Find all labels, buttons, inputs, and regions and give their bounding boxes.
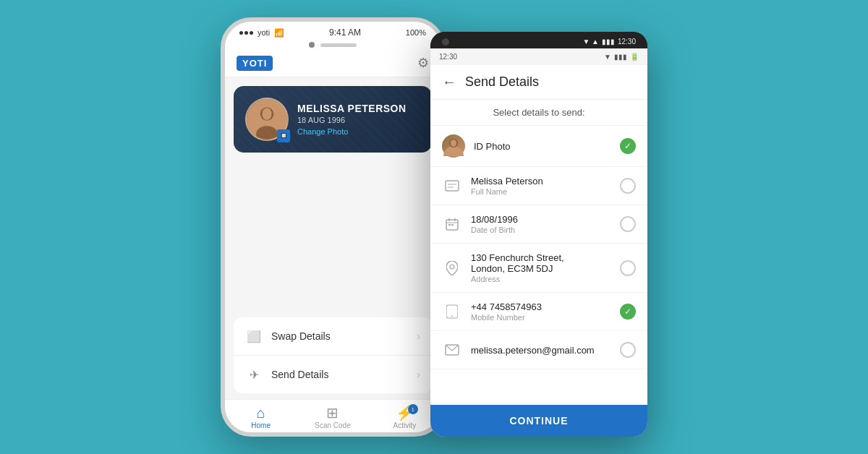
content-spacer	[225, 161, 441, 312]
profile-name: MELISSA PETERSON	[297, 103, 407, 114]
scan-icon: ⊞	[326, 406, 339, 420]
send-icon: ✈	[245, 366, 263, 383]
svg-point-2	[256, 126, 278, 141]
nav-home-label: Home	[251, 421, 271, 429]
iphone-speaker	[320, 43, 357, 47]
swap-details-label: Swap Details	[271, 330, 408, 342]
iphone-status-bar: yoti 📶 9:41 AM 100%	[225, 22, 441, 40]
profile-info: MELISSA PETERSON 18 AUG 1996 Change Phot…	[297, 103, 407, 136]
swap-icon: ⬜	[245, 327, 263, 345]
id-photo-content: ID Photo	[474, 141, 611, 152]
android-status-icons: ▼ ▲ ▮▮▮ 12:30	[582, 38, 636, 46]
android-time: 12:30	[618, 38, 636, 46]
iphone-time: 9:41 AM	[329, 27, 361, 38]
full-name-label: Full Name	[471, 187, 611, 196]
id-photo-label: ID Photo	[474, 141, 611, 152]
address-radio[interactable]	[620, 260, 636, 276]
scene: yoti 📶 9:41 AM 100% YOTI ⚙	[221, 17, 647, 437]
iphone-notch	[225, 40, 441, 49]
yoti-logo: YOTI	[237, 56, 273, 71]
menu-items: ⬜ Swap Details › ✈ Send Details ›	[234, 317, 432, 393]
avatar-container: 🔲	[245, 98, 289, 141]
email-radio[interactable]	[620, 342, 636, 358]
id-photo-avatar	[442, 134, 465, 158]
nav-scan[interactable]: ⊞ Scan Code	[297, 406, 368, 429]
signal-icon: ▮▮▮	[614, 53, 627, 61]
profile-dob: 18 AUG 1996	[297, 116, 407, 124]
svg-point-3	[262, 108, 271, 120]
detail-item-id-photo[interactable]: ID Photo ✓	[430, 126, 647, 167]
home-icon: ⌂	[257, 406, 265, 420]
svg-point-16	[450, 265, 454, 269]
battery-icon: 🔋	[630, 53, 639, 61]
swap-details-item[interactable]: ⬜ Swap Details ›	[234, 317, 432, 356]
nav-activity-label: Activity	[393, 421, 416, 429]
iphone-nav: ⌂ Home ⊞ Scan Code ⚡ 1 Activity	[225, 399, 441, 432]
android-screen-title: Send Details	[465, 74, 539, 90]
back-button[interactable]: ←	[442, 74, 456, 90]
continue-button[interactable]: CONTINUE	[430, 405, 647, 437]
iphone-content: 🔲 MELISSA PETERSON 18 AUG 1996 Change Ph…	[225, 77, 441, 399]
nav-home[interactable]: ⌂ Home	[225, 406, 297, 429]
address-content: 130 Fenchurch Street, London, EC3M 5DJ A…	[471, 252, 611, 283]
android-header: ← Send Details	[430, 65, 647, 100]
svg-point-0	[247, 99, 287, 140]
carrier-label: yoti	[258, 28, 270, 37]
send-details-item[interactable]: ✈ Send Details ›	[234, 356, 432, 393]
dob-radio[interactable]	[620, 216, 636, 232]
settings-icon[interactable]: ⚙	[417, 55, 429, 71]
full-name-content: Melissa Peterson Full Name	[471, 176, 611, 196]
svg-point-17	[451, 315, 453, 317]
dob-value: 18/08/1996	[471, 214, 611, 225]
android-screen-status: 12:30 ▼ ▮▮▮ 🔋	[430, 48, 647, 65]
android-top: ▼ ▲ ▮▮▮ 12:30	[430, 32, 647, 48]
activity-badge: 1	[408, 404, 418, 414]
detail-item-full-name[interactable]: Melissa Peterson Full Name	[430, 167, 647, 205]
address-line2: London, EC3M 5DJ	[471, 263, 611, 274]
android-camera	[442, 38, 449, 46]
email-icon	[442, 340, 462, 360]
full-name-radio[interactable]	[620, 178, 636, 194]
email-content: melissa.peterson@gmail.com	[471, 345, 611, 356]
select-subtitle: Select details to send:	[430, 100, 647, 126]
iphone-header: YOTI ⚙	[225, 49, 441, 77]
profile-card: 🔲 MELISSA PETERSON 18 AUG 1996 Change Ph…	[234, 86, 432, 153]
dob-icon	[442, 214, 462, 234]
iphone-device: yoti 📶 9:41 AM 100% YOTI ⚙	[221, 17, 445, 437]
svg-rect-14	[448, 224, 451, 226]
change-photo-link[interactable]: Change Photo	[297, 127, 407, 136]
detail-item-phone[interactable]: +44 7458574963 Mobile Number ✓	[430, 293, 647, 331]
android-screen-time: 12:30	[439, 53, 457, 61]
full-name-icon	[442, 176, 462, 196]
phone-value: +44 7458574963	[471, 301, 611, 312]
address-line1: 130 Fenchurch Street,	[471, 252, 611, 263]
avatar	[245, 98, 289, 141]
svg-rect-15	[451, 224, 454, 226]
signal-dot-1	[239, 31, 243, 35]
svg-point-6	[451, 140, 456, 147]
iphone-battery: 100%	[406, 28, 426, 37]
svg-rect-7	[446, 181, 459, 191]
avatar-badge: 🔲	[277, 129, 290, 142]
send-details-label: Send Details	[271, 369, 408, 380]
email-value: melissa.peterson@gmail.com	[471, 345, 611, 356]
phone-check[interactable]: ✓	[620, 304, 636, 320]
iphone-status-left: yoti 📶	[239, 28, 284, 38]
detail-item-address[interactable]: 130 Fenchurch Street, London, EC3M 5DJ A…	[430, 244, 647, 293]
detail-item-email[interactable]: melissa.peterson@gmail.com	[430, 331, 647, 369]
address-icon	[442, 258, 462, 278]
svg-point-4	[443, 146, 464, 156]
android-screen: 12:30 ▼ ▮▮▮ 🔋 ← Send Details Select deta…	[430, 48, 647, 437]
nav-scan-label: Scan Code	[315, 421, 350, 429]
id-photo-check[interactable]: ✓	[620, 138, 636, 154]
signal-dot-2	[244, 31, 248, 35]
phone-icon	[442, 301, 462, 322]
address-label: Address	[471, 275, 611, 283]
send-arrow-icon: ›	[417, 369, 420, 380]
detail-list: ID Photo ✓ Melissa Peterson	[430, 126, 647, 405]
android-device: ▼ ▲ ▮▮▮ 12:30 12:30 ▼ ▮▮▮ 🔋 ← Send Detai…	[430, 32, 647, 437]
android-system-icons: ▼ ▮▮▮ 🔋	[604, 53, 639, 61]
detail-item-dob[interactable]: 18/08/1996 Date of Birth	[430, 205, 647, 244]
signal-dot-3	[250, 31, 253, 35]
phone-label: Mobile Number	[471, 313, 611, 322]
